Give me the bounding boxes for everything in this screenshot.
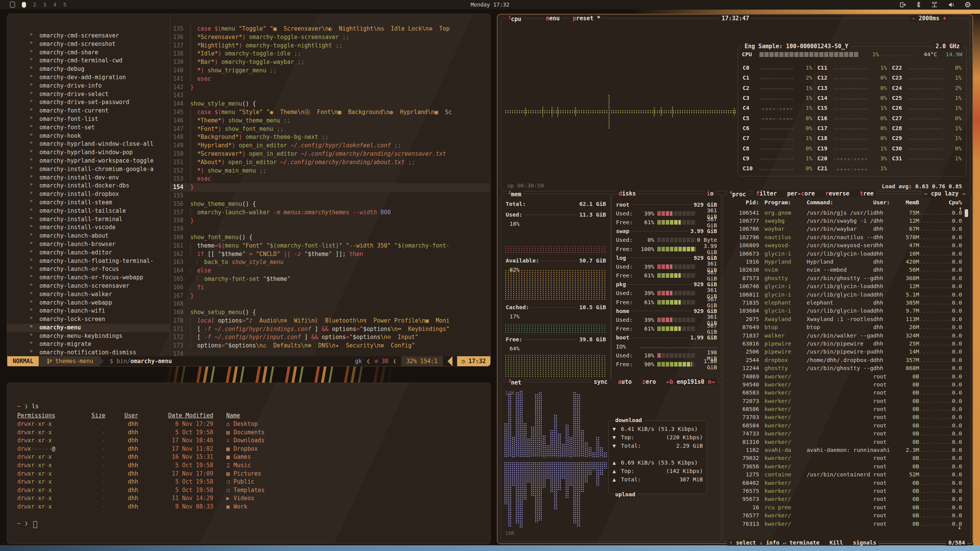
- diagnostics-count[interactable]: ⊘ 30: [374, 358, 388, 365]
- explorer-item[interactable]: *omarchy-install-terminal: [7, 215, 170, 224]
- process-row[interactable]: 63816pipewire/usr/bin/pipewiredhh25M....…: [727, 339, 962, 347]
- process-row[interactable]: 106673glycin-i/usr/lib/glycin-loadersdhh…: [727, 249, 962, 258]
- explorer-item[interactable]: *omarchy-launch-walker: [7, 290, 170, 299]
- process-row[interactable]: 1275containe/usr/bin/containerdroot52M..…: [727, 471, 962, 479]
- explorer-item[interactable]: *omarchy-menu: [7, 324, 170, 332]
- explorer-item[interactable]: *omarchy-install-steam: [7, 199, 170, 207]
- logout-icon[interactable]: [900, 2, 906, 8]
- chip-icon[interactable]: [965, 2, 971, 8]
- process-row[interactable]: 81310kworker/root0B..........0.0: [727, 438, 962, 446]
- process-row[interactable]: 87649btopbtopdhh26M..........0.0: [727, 323, 962, 331]
- explorer-item[interactable]: *omarchy-debug: [7, 65, 170, 73]
- code-pane[interactable]: 135▏ case $(menu "Toggle" "▣ Screensaver…: [170, 25, 490, 359]
- explorer-item[interactable]: *omarchy-launch-floating-terminal-: [7, 257, 170, 266]
- explorer-item[interactable]: *omarchy-install-docker-dbs: [7, 182, 170, 190]
- process-row[interactable]: 1916HyprlandHyprlanddhh420M..........0.0: [727, 258, 962, 266]
- explorer-item[interactable]: *omarchy-drive-select: [7, 90, 170, 99]
- explorer-item[interactable]: *omarchy-install-tailscale: [7, 207, 170, 215]
- explorer-item[interactable]: *omarchy-install-dev-env: [7, 174, 170, 182]
- explorer-item[interactable]: *omarchy-font-list: [7, 115, 170, 124]
- preset-button[interactable]: preset *: [571, 15, 602, 22]
- process-row[interactable]: 68402kworker/root0B..........0.0: [727, 479, 962, 487]
- explorer-item[interactable]: *omarchy-hyprland-window-pop: [7, 148, 170, 157]
- process-row[interactable]: 2544dropbox/home/dhh/.dropbox-distdhh357…: [727, 356, 962, 364]
- workspace-active-indicator[interactable]: [22, 2, 26, 8]
- memory-panel-title[interactable]: 2mem: [506, 190, 523, 198]
- process-row[interactable]: 73703kworker/root0B..........0.0: [727, 413, 962, 421]
- network-panel-title[interactable]: 3net: [506, 378, 523, 386]
- process-row[interactable]: 71837walker/usr/bin/walker --gappldhh324…: [727, 331, 962, 339]
- process-row[interactable]: 72073kworker/root0B..........0.0: [727, 397, 962, 405]
- process-row[interactable]: 74733kworker/root0B..........0.0: [727, 430, 962, 438]
- scroll-down-icon[interactable]: ↓: [958, 524, 961, 531]
- explorer-item[interactable]: *omarchy-cmd-screenshot: [7, 40, 170, 49]
- process-row[interactable]: 106541org.gnom/usr/bin/gjs /usr/lib/odhh…: [727, 209, 962, 217]
- explorer-item[interactable]: *omarchy-font-current: [7, 107, 170, 115]
- explorer-item[interactable]: *omarchy-install-vscode: [7, 223, 170, 232]
- explorer-item[interactable]: *omarchy-menu-keybindings: [7, 332, 170, 341]
- process-row[interactable]: 1162avahi-daavahi-daemon: running [avahi…: [727, 446, 962, 454]
- process-footer[interactable]: ↑ select ↓ info ↵ terminate Kill signals: [727, 540, 879, 546]
- process-row[interactable]: 95673kworker/root0B..........0.0: [727, 495, 962, 503]
- process-row[interactable]: 102638nvimnvim --embeddhh56M..........0.…: [727, 266, 962, 274]
- explorer-item[interactable]: *omarchy-launch-or-focus-webapp: [7, 274, 170, 282]
- explorer-item[interactable]: *omarchy-install-chromium-google-a: [7, 165, 170, 174]
- explorer-item[interactable]: *omarchy-launch-webapp: [7, 299, 170, 307]
- workspace-3[interactable]: 3: [43, 2, 46, 8]
- process-row[interactable]: 102796nautilus/usr/bin/nautilus --newdhh…: [727, 233, 962, 241]
- explorer-item[interactable]: *omarchy-launch-wifi: [7, 307, 170, 315]
- process-row[interactable]: 94540kworker/root0B..........0.0: [727, 380, 962, 388]
- clock[interactable]: Monday 17:32: [470, 2, 509, 8]
- explorer-item[interactable]: *omarchy-launch-editor: [7, 249, 170, 257]
- explorer-item[interactable]: *omarchy-install-dropbox: [7, 190, 170, 199]
- process-scrollbar[interactable]: [965, 209, 968, 217]
- process-row[interactable]: 106777swaybg/usr/bin/swaybg -i /homdhh12…: [727, 217, 962, 225]
- process-row[interactable]: 106786waybar/usr/bin/waybardhh67M.......…: [727, 225, 962, 233]
- explorer-item[interactable]: *omarchy-hyprland-workspace-toggle: [7, 157, 170, 165]
- process-row[interactable]: 76577kworker/root0B..........0.0: [727, 511, 962, 519]
- process-row[interactable]: 2075XwaylandXwayland :1 -rootless -dhh11…: [727, 315, 962, 323]
- update-interval[interactable]: - 2000ms +: [910, 15, 948, 22]
- process-row[interactable]: 74869kworker/root0B..........0.0: [727, 372, 962, 380]
- explorer-item[interactable]: *omarchy-hyprland-window-close-all: [7, 140, 170, 148]
- process-row[interactable]: 76313kworker/root0B..........0.0: [727, 520, 962, 528]
- process-panel-title[interactable]: 4proc: [728, 190, 748, 198]
- disks-panel-title[interactable]: disks: [617, 190, 638, 197]
- network-icon[interactable]: [931, 2, 938, 8]
- explorer-item[interactable]: *omarchy-migrate: [7, 340, 170, 349]
- explorer-item[interactable]: *omarchy-drive-info: [7, 82, 170, 90]
- explorer-item[interactable]: *omarchy-hook: [7, 132, 170, 140]
- process-controls[interactable]: filter per-core reverse tree: [754, 190, 876, 197]
- process-row[interactable]: 103684glycin-i/usr/lib/glycin-loadersdhh…: [727, 307, 962, 315]
- explorer-item[interactable]: *omarchy-notification-dismiss: [7, 349, 170, 357]
- bluetooth-icon[interactable]: [916, 2, 921, 8]
- cpu-panel-title[interactable]: 1cpu: [506, 15, 523, 23]
- explorer-item[interactable]: *omarchy-launch-browser: [7, 240, 170, 249]
- menu-button[interactable]: menu: [544, 15, 562, 22]
- shell-prompt-line[interactable]: ~❯: [17, 520, 37, 527]
- volume-icon[interactable]: [948, 2, 955, 8]
- process-row[interactable]: 106809swayosd-/usr/bin/swayosd-serverdhh…: [727, 241, 962, 249]
- process-row[interactable]: 12244ghostty/usr/bin/ghostty --gtk-dhh86…: [727, 364, 962, 372]
- explorer-item[interactable]: *omarchy-launch-screensaver: [7, 282, 170, 290]
- workspace-5[interactable]: 5: [63, 2, 66, 8]
- process-row[interactable]: 16rcu_preeroot0B..........0.0: [727, 503, 962, 511]
- explorer-item[interactable]: *omarchy-cmd-terminal-cwd: [7, 57, 170, 65]
- explorer-item[interactable]: *omarchy-font-set: [7, 124, 170, 132]
- process-row[interactable]: 87573ghostty/usr/bin/ghostty --gtk-dhh36…: [727, 274, 962, 282]
- explorer-item[interactable]: *omarchy-cmd-share: [7, 49, 170, 57]
- network-controls[interactable]: sync auto zero ←b enp191s0 n→: [591, 378, 717, 385]
- explorer-item[interactable]: *omarchy-dev-add-migration: [7, 73, 170, 82]
- process-row[interactable]: 76575kworker/root0B..........0.0: [727, 487, 962, 495]
- io-toggle[interactable]: io: [705, 190, 715, 197]
- process-row[interactable]: 68586kworker/root0B..........0.0: [727, 405, 962, 413]
- process-row[interactable]: 68583kworker/root0B..........0.0: [727, 389, 962, 397]
- process-row[interactable]: 68584kworker/root0B..........0.0: [727, 421, 962, 429]
- process-row[interactable]: 106811glycin-i/usr/lib/glycin-loadersdhh…: [727, 290, 962, 298]
- workspace-4[interactable]: 4: [53, 2, 56, 8]
- explorer-item[interactable]: *omarchy-launch-or-focus: [7, 265, 170, 274]
- explorer-item[interactable]: *omarchy-cmd-screensaver: [7, 32, 170, 40]
- explorer-item[interactable]: *omarchy-lock-screen: [7, 315, 170, 324]
- explorer-item[interactable]: *omarchy-launch-about: [7, 232, 170, 240]
- process-sort[interactable]: ← cpu lazy →: [922, 190, 967, 197]
